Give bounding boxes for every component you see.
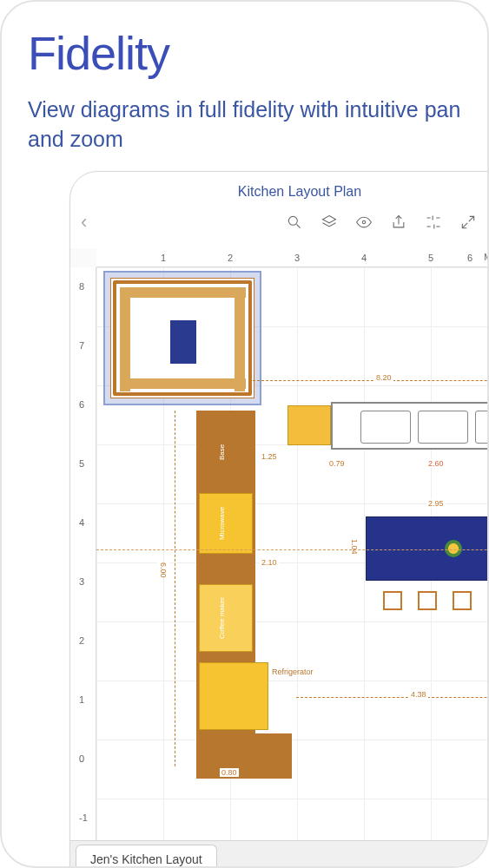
share-icon[interactable]	[383, 209, 414, 235]
dimension: 6.00	[157, 562, 169, 578]
dimension: 2.10	[260, 558, 279, 567]
marketing-hero: Fidelity View diagrams in full fidelity …	[2, 2, 487, 168]
search-icon[interactable]	[279, 209, 310, 235]
enlarged-plan: 8.20 0.79 2.60 Base 1.25	[122, 411, 489, 840]
layers-icon[interactable]	[314, 209, 345, 235]
device-frame: Kitchen Layout Plan ‹ 1 2 3 4 5 6 Metres	[69, 171, 489, 868]
dimension: 8.20	[374, 373, 393, 382]
appliance-label: Refrigerator	[272, 667, 314, 676]
sheet-tab[interactable]: Jen's Kitchen Layout	[76, 845, 217, 868]
sink-counter	[331, 402, 489, 450]
dimension: 2.60	[426, 459, 446, 468]
appliance-label: Microwave	[218, 497, 226, 549]
dimension: 0.80	[220, 768, 239, 777]
microwave	[199, 493, 253, 554]
dimension: 1.25	[260, 452, 279, 461]
vertical-ruler: 8 7 6 5 4 3 2 1 0 -1	[70, 267, 96, 840]
horizontal-ruler: 1 2 3 4 5 6 Metres	[96, 248, 489, 267]
counter-foot	[196, 733, 292, 779]
stool	[453, 591, 472, 610]
stool	[383, 591, 402, 610]
dimension: 4.38	[409, 690, 428, 699]
svg-line-11	[462, 223, 467, 228]
svg-point-0	[288, 216, 297, 225]
dimension: 2.95	[426, 499, 446, 508]
kitchen-island	[366, 516, 489, 581]
subheadline: View diagrams in full fidelity with intu…	[28, 95, 461, 155]
stool	[418, 591, 437, 610]
expand-icon[interactable]	[453, 209, 484, 235]
sheet-tabs: Jen's Kitchen Layout	[70, 840, 489, 868]
diagram-canvas[interactable]: 1 2 3 4 5 6 Metres 8 7 6 5 4 3 2 1 0 -1	[70, 248, 489, 840]
dimension: 1.04	[348, 539, 360, 555]
floor-plan[interactable]: 8.20 0.79 2.60 Base 1.25	[96, 267, 489, 840]
appliance-label: Coffee maker	[218, 589, 226, 648]
document-title: Kitchen Layout Plan	[70, 172, 489, 205]
coffee-maker	[199, 584, 253, 652]
app-store-screenshot: Fidelity View diagrams in full fidelity …	[0, 0, 489, 868]
svg-marker-2	[323, 216, 336, 223]
svg-point-3	[362, 220, 365, 223]
visibility-icon[interactable]	[348, 209, 380, 235]
dimension: 0.79	[327, 459, 347, 468]
island-decoration	[445, 540, 462, 557]
ruler-unit: Metres	[484, 253, 489, 262]
headline: Fidelity	[28, 26, 461, 80]
fit-width-icon[interactable]	[418, 209, 449, 235]
svg-line-1	[297, 225, 301, 228]
top-end-unit	[287, 405, 331, 445]
back-button[interactable]: ‹	[81, 211, 107, 233]
svg-line-10	[469, 216, 474, 221]
plan-overview-selection[interactable]	[103, 271, 261, 405]
toolbar: ‹	[70, 205, 489, 240]
appliance-label: Base	[218, 435, 226, 470]
refrigerator	[199, 662, 268, 730]
